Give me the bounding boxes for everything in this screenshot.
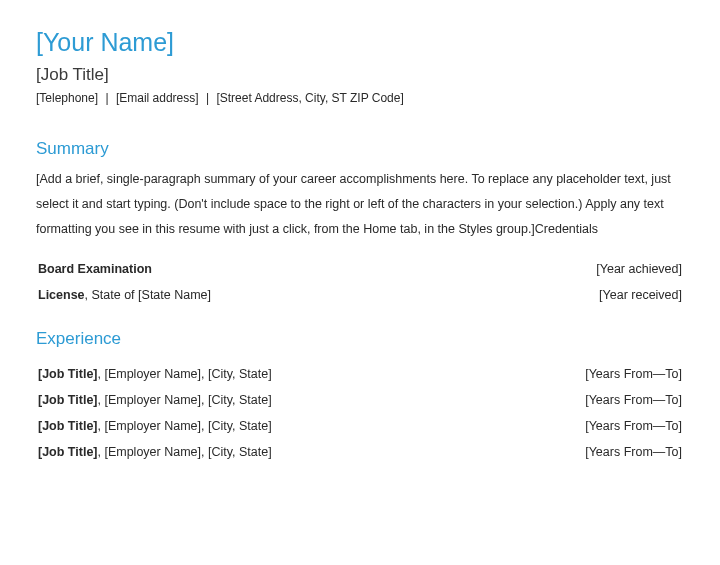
name-heading: [Your Name] <box>36 28 684 57</box>
experience-row: [Job Title], [Employer Name], [City, Sta… <box>36 439 684 465</box>
credential-bold: License <box>38 288 85 302</box>
experience-rest: , [Employer Name], [City, State] <box>98 419 272 433</box>
experience-rest: , [Employer Name], [City, State] <box>98 445 272 459</box>
experience-rest: , [Employer Name], [City, State] <box>98 393 272 407</box>
experience-title: [Job Title] <box>38 367 98 381</box>
experience-heading: Experience <box>36 329 684 349</box>
credential-year: [Year received] <box>599 282 682 308</box>
experience-years: [Years From—To] <box>585 413 682 439</box>
credential-row: License, State of [State Name] [Year rec… <box>36 282 684 308</box>
experience-years: [Years From—To] <box>585 361 682 387</box>
separator: | <box>206 91 209 105</box>
experience-years: [Years From—To] <box>585 387 682 413</box>
experience-title: [Job Title] <box>38 419 98 433</box>
contact-line: [Telephone] | [Email address] | [Street … <box>36 91 684 105</box>
experience-row: [Job Title], [Employer Name], [City, Sta… <box>36 361 684 387</box>
contact-phone: [Telephone] <box>36 91 98 105</box>
credentials-list: Board Examination [Year achieved] Licens… <box>36 256 684 309</box>
credential-label: License, State of [State Name] <box>38 282 211 308</box>
credential-year: [Year achieved] <box>596 256 682 282</box>
experience-years: [Years From—To] <box>585 439 682 465</box>
experience-list: [Job Title], [Employer Name], [City, Sta… <box>36 361 684 466</box>
experience-title: [Job Title] <box>38 445 98 459</box>
credential-label: Board Examination <box>38 256 152 282</box>
contact-address: [Street Address, City, ST ZIP Code] <box>216 91 403 105</box>
experience-label: [Job Title], [Employer Name], [City, Sta… <box>38 361 272 387</box>
experience-rest: , [Employer Name], [City, State] <box>98 367 272 381</box>
credential-rest: , State of [State Name] <box>85 288 211 302</box>
contact-email: [Email address] <box>116 91 199 105</box>
experience-row: [Job Title], [Employer Name], [City, Sta… <box>36 387 684 413</box>
job-title-heading: [Job Title] <box>36 65 684 85</box>
experience-label: [Job Title], [Employer Name], [City, Sta… <box>38 413 272 439</box>
experience-label: [Job Title], [Employer Name], [City, Sta… <box>38 439 272 465</box>
summary-body: [Add a brief, single-paragraph summary o… <box>36 167 684 242</box>
experience-row: [Job Title], [Employer Name], [City, Sta… <box>36 413 684 439</box>
experience-title: [Job Title] <box>38 393 98 407</box>
credential-row: Board Examination [Year achieved] <box>36 256 684 282</box>
summary-heading: Summary <box>36 139 684 159</box>
separator: | <box>105 91 108 105</box>
credential-bold: Board Examination <box>38 262 152 276</box>
experience-label: [Job Title], [Employer Name], [City, Sta… <box>38 387 272 413</box>
